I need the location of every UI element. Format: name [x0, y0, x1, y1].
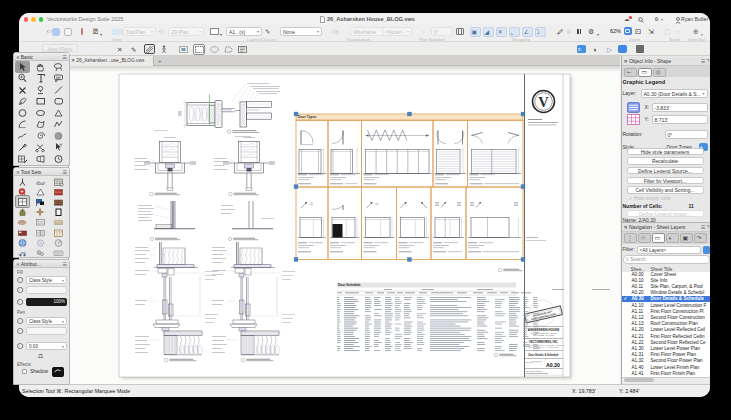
svg-text:Door Schedule: Door Schedule [338, 283, 361, 287]
svg-text:DRAWN: MJR/DLH: DRAWN: MJR/DLH [526, 369, 543, 371]
svg-text:SCALE:: SCALE: [526, 360, 533, 362]
svg-text:Door Types: Door Types [298, 115, 317, 119]
svg-text:Door Details & Schedule: Door Details & Schedule [528, 352, 559, 356]
svg-text:A0.30: A0.30 [546, 361, 560, 367]
svg-text:V: V [538, 93, 549, 109]
